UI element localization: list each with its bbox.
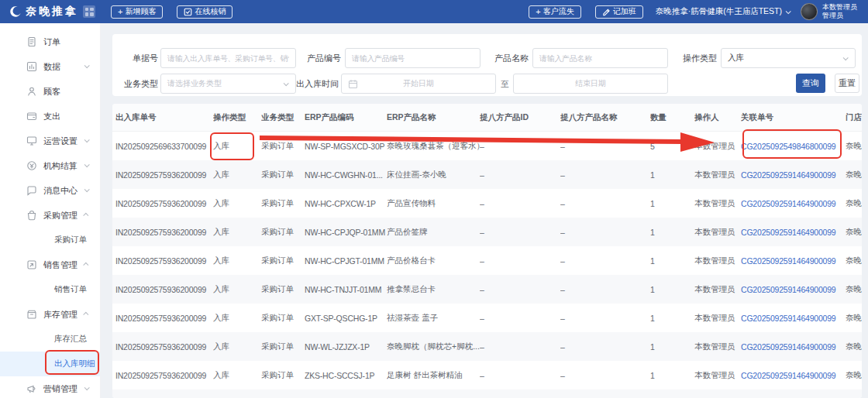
sidebar-item-inventory-mgmt[interactable]: 库存管理 (0, 302, 100, 327)
cell-order-no: IN2025092575936200099 (115, 371, 213, 380)
cell-order-no: IN2025092575936200099 (115, 228, 213, 237)
cell-op-type: 入库 (213, 284, 261, 295)
customer-loss-button[interactable]: + 客户流失 (529, 5, 580, 19)
sales-icon (26, 259, 37, 270)
related-order-link[interactable]: CG2025092549846800099 (741, 142, 846, 151)
product-name-input[interactable] (532, 48, 668, 68)
cell-qbf-id: – (480, 199, 560, 208)
col-op-type: 操作类型 (213, 112, 261, 123)
avatar[interactable] (801, 3, 818, 20)
col-erp-name: ERP产品名称 (387, 112, 480, 123)
doc-no-input[interactable] (160, 48, 296, 68)
filter-panel: 单据号 产品编号 产品名称 操作类型 入库 业务类型 请选择业务类型 出入库时间… (112, 34, 862, 96)
message-icon (26, 185, 37, 196)
col-order-no: 出入库单号 (115, 112, 213, 123)
cell-qty: 1 (650, 199, 694, 208)
cell-biz-type: 采购订单 (261, 370, 305, 381)
date-separator: 至 (501, 74, 509, 94)
related-order-link[interactable]: CG2025092591464900099 (741, 228, 846, 237)
org-switcher[interactable]: 奈晚推拿·筋骨健康(牛王庙店TEST) (656, 6, 790, 17)
start-date-input[interactable]: 开始日期 (341, 74, 496, 94)
sidebar-item-sales-orders[interactable]: 销售订单 (0, 277, 100, 302)
cell-biz-type: 采购订单 (261, 256, 305, 266)
logo-seal-badge-icon (83, 5, 95, 18)
overtime-button[interactable]: 记加班 (595, 5, 643, 19)
op-type-select[interactable]: 入库 (721, 48, 856, 68)
col-operator: 操作人 (694, 112, 741, 123)
related-order-link[interactable]: CG2025092591464900099 (741, 285, 846, 294)
cell-erp-name: 产品价签牌 (387, 227, 480, 238)
sidebar-item-purchase-mgmt[interactable]: 采购管理 (0, 203, 100, 228)
cell-biz-type: 采购订单 (261, 284, 305, 295)
cell-order-no: IN2025092575936200099 (115, 199, 213, 208)
sidebar: 订单 数据 顾客 支出 运营设置 机构结算 消息中心 采购管理 采购订单 (0, 23, 101, 398)
cell-operator: 本数管理员 (694, 256, 741, 266)
sidebar-item-customers[interactable]: 顾客 (0, 79, 100, 104)
sidebar-item-marketing-mgmt[interactable]: 营销管理 (0, 376, 100, 398)
cell-op-type: 入库 (213, 313, 261, 324)
doc-no-label: 单据号 (117, 48, 158, 68)
col-erp-code: ERP产品编码 (305, 112, 387, 123)
online-verify-button[interactable]: 在线核销 (177, 5, 232, 19)
cell-operator: 本数管理员 (694, 198, 741, 209)
table-row: IN2025092575936200099 入库 采购订单 NW-HC-CPJQ… (112, 218, 862, 246)
related-order-link[interactable]: CG2025092591464900099 (741, 371, 846, 380)
cell-qty: 1 (650, 314, 694, 323)
sidebar-item-inventory-summary[interactable]: 库存汇总 (0, 327, 100, 352)
sidebar-item-message-center[interactable]: 消息中心 (0, 178, 100, 203)
sidebar-item-data[interactable]: 数据 (0, 54, 100, 79)
cell-qbf-name: – (560, 228, 650, 237)
table-row: IN2025092575936200099 入库 采购订单 NW-HC-TNJJ… (112, 275, 862, 304)
sidebar-item-sales-mgmt[interactable]: 销售管理 (0, 252, 100, 277)
sidebar-item-operations-settings[interactable]: 运营设置 (0, 129, 100, 153)
sidebar-item-org-settlement[interactable]: 机构结算 (0, 153, 100, 178)
cell-qbf-name: – (560, 314, 650, 323)
cell-qty: 1 (650, 371, 694, 380)
cell-store: 奈晚 (846, 170, 862, 180)
sidebar-item-orders[interactable]: 订单 (0, 29, 100, 54)
related-order-link[interactable]: CG2025092591464900099 (741, 342, 846, 352)
sidebar-item-purchase-orders[interactable]: 采购订单 (0, 228, 100, 252)
cell-qty: 1 (650, 228, 694, 237)
related-order-link[interactable]: CG2025092591464900099 (741, 314, 846, 323)
cell-op-type: 入库 (213, 256, 261, 266)
cell-erp-name: 产品宣传物料 (387, 198, 480, 209)
add-customer-button[interactable]: + 新增顾客 (111, 5, 163, 19)
table-header: 出入库单号 操作类型 业务类型 ERP产品编码 ERP产品名称 提八方产品ID … (112, 104, 862, 132)
cell-operator: 本数管理员 (694, 227, 741, 238)
related-order-link[interactable]: CG2025092591464900099 (741, 256, 846, 266)
customer-icon (26, 86, 37, 97)
chevron-down-icon (84, 162, 90, 167)
cell-qbf-name: – (560, 170, 650, 180)
cell-operator: 本数管理员 (694, 341, 741, 352)
cell-op-type: 入库 (213, 170, 261, 180)
biz-type-select[interactable]: 请选择业务类型 (160, 74, 296, 94)
cell-biz-type: 采购订单 (261, 341, 305, 352)
cell-qty: 1 (650, 342, 694, 352)
cell-biz-type: 采购订单 (261, 141, 305, 152)
cell-erp-name: 产品价格台卡 (387, 256, 480, 266)
cell-qty: 5 (650, 142, 694, 151)
cell-erp-code: NW-HC-TNJJT-01MM (305, 285, 387, 294)
cell-op-type: 入库 (213, 141, 261, 152)
cell-qbf-id: – (480, 170, 560, 180)
cell-biz-type: 采购订单 (261, 170, 305, 180)
partial-next-row (112, 389, 862, 398)
related-order-link[interactable]: CG2025092591464900099 (741, 199, 846, 208)
sidebar-item-expenses[interactable]: 支出 (0, 104, 100, 129)
user-name: 本数管理员 (822, 3, 857, 12)
cell-erp-code: NW-HC-CPXCW-1P (305, 199, 387, 208)
product-code-input[interactable] (345, 48, 480, 68)
cell-erp-code: GXT-SP-QSCHG-1P (305, 314, 387, 323)
cell-qty: 1 (650, 256, 694, 266)
end-date-input[interactable]: 结束日期 (513, 74, 668, 94)
cell-erp-name: 奈晚脚枕（脚枕芯+脚枕... (387, 341, 480, 352)
reset-button[interactable]: 重置 (835, 74, 859, 93)
search-button[interactable]: 查询 (796, 74, 825, 93)
cell-erp-code: NW-HC-CPJGT-01MM (305, 256, 387, 266)
related-order-link[interactable]: CG2025092591464900099 (741, 170, 846, 180)
user-info: 本数管理员 管理员 (822, 3, 857, 20)
cell-erp-code: ZKS-HC-SCCSJ-1P (305, 371, 387, 380)
col-store: 门店 (846, 112, 862, 123)
sidebar-item-inout-detail[interactable]: 出入库明细 (0, 352, 100, 376)
